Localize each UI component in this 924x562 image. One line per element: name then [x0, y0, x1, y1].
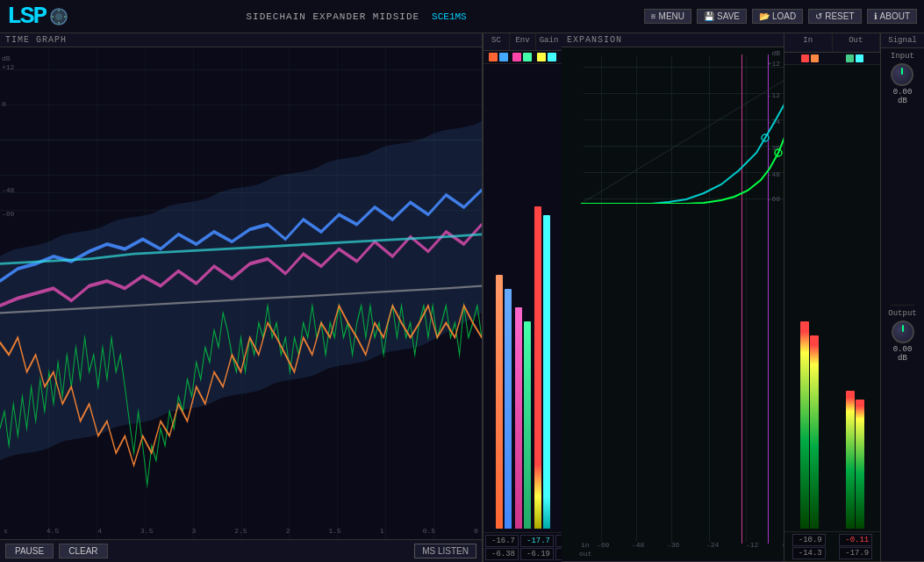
gain-label: Gain: [536, 33, 562, 50]
sc2-color: [499, 53, 508, 61]
output-knob-indicator: [902, 325, 904, 332]
expansion-top: EXPANSION dB +12 -12 -24 -36: [562, 33, 924, 562]
output-label: Output: [888, 309, 916, 318]
time-graph-area: dB +12 0 -48 -60: [0, 47, 482, 539]
input-knob-indicator: [901, 68, 903, 75]
about-button[interactable]: ℹ ABOUT: [867, 9, 917, 24]
sc1-bar: [496, 275, 503, 529]
save-button[interactable]: 💾 SAVE: [697, 9, 747, 24]
io-header: In Out: [784, 33, 880, 53]
in-peak-val2: -14.3: [792, 547, 826, 559]
main-container: TIME GRAPH dB +12 0 -48 -60: [0, 33, 924, 562]
right-panel: EXPANSION dB +12 -12 -24 -36: [562, 33, 924, 562]
input-label: Input: [891, 52, 914, 61]
expansion-curves: [581, 54, 784, 204]
sc2-peak: -6.19: [520, 548, 554, 560]
gain2-color: [548, 53, 556, 61]
gain1-bar: [534, 206, 541, 530]
in-peak-val: -10.9: [792, 534, 826, 546]
out-peak-val: -0.11: [839, 534, 872, 546]
out-meter-color1: [846, 54, 854, 62]
ms-listen-button[interactable]: MS LISTEN: [414, 544, 476, 558]
output-value: 0.00dB: [893, 345, 913, 363]
env2-color: [523, 53, 532, 61]
gear-icon: [49, 7, 68, 26]
in-meter-color1: [801, 54, 809, 62]
in-label: In: [784, 33, 833, 52]
env-label: Env: [510, 33, 536, 50]
plugin-id: SCE1MS: [432, 11, 467, 22]
load-button[interactable]: 📂 LOAD: [752, 9, 803, 24]
pause-button[interactable]: PAUSE: [5, 544, 54, 558]
expansion-graph: EXPANSION dB +12 -12 -24 -36: [562, 33, 784, 561]
top-bar: LSP SIDECHAIN EXPANDER MIDSIDE SCE1MS ≡ …: [0, 0, 924, 33]
out-peak-val2: -17.9: [839, 547, 872, 559]
menu-button[interactable]: ≡ MENU: [644, 9, 691, 24]
sc2-value: -17.7: [520, 535, 554, 547]
waveform-display: [0, 47, 482, 539]
reset-icon: ↺: [815, 11, 822, 21]
signal-column: Signal Input 0.00dB Output 0.00dB: [880, 33, 924, 561]
input-value: 0.00dB: [893, 88, 913, 105]
time-labels: s 4.5 4 3.5 3 2.5 2 1.5 1 0.5 0: [0, 527, 482, 539]
menu-icon: ≡: [651, 11, 656, 21]
sc1-color: [489, 53, 498, 61]
in-bar2: [810, 335, 819, 530]
out-meter-color2: [856, 54, 863, 62]
env1-color: [512, 53, 521, 61]
save-icon: 💾: [704, 11, 714, 21]
svg-point-1: [55, 13, 62, 20]
reset-button[interactable]: ↺ RESET: [808, 9, 861, 24]
time-graph-header: TIME GRAPH: [0, 33, 482, 47]
input-knob[interactable]: [891, 63, 913, 86]
output-knob[interactable]: [892, 321, 914, 343]
env2-bar: [524, 321, 531, 529]
gain2-bar: [543, 215, 550, 529]
sc1-peak: -6.38: [485, 548, 519, 560]
env1-bar: [515, 307, 522, 529]
expansion-header: EXPANSION: [562, 33, 784, 47]
svg-line-2: [581, 54, 784, 204]
gain1-color: [537, 53, 546, 61]
plugin-name: SIDECHAIN EXPANDER MIDSIDE: [246, 11, 419, 22]
signal-label: Signal: [881, 33, 924, 48]
sc2-bar: [505, 289, 512, 529]
clear-button[interactable]: CLEAR: [59, 544, 107, 558]
menu-bar: ≡ MENU 💾 SAVE 📂 LOAD ↺ RESET ℹ ABOUT: [644, 9, 917, 24]
about-icon: ℹ: [874, 11, 877, 21]
sc-label: SC: [483, 33, 510, 50]
logo: LSP: [7, 3, 68, 30]
in-out-meters: In Out: [784, 33, 880, 561]
out-bar2: [856, 400, 864, 529]
load-icon: 📂: [759, 11, 770, 21]
graph-controls: PAUSE CLEAR MS LISTEN: [0, 539, 482, 562]
left-panel: TIME GRAPH dB +12 0 -48 -60: [0, 33, 483, 562]
meters-column: SC Env Gain: [483, 33, 562, 562]
sc1-value: -16.7: [485, 535, 519, 547]
out-label: Out: [833, 33, 881, 52]
out-bar1: [846, 391, 855, 530]
logo-text: LSP: [7, 3, 46, 30]
in-meter-color2: [811, 54, 819, 62]
in-bar1: [800, 321, 809, 529]
